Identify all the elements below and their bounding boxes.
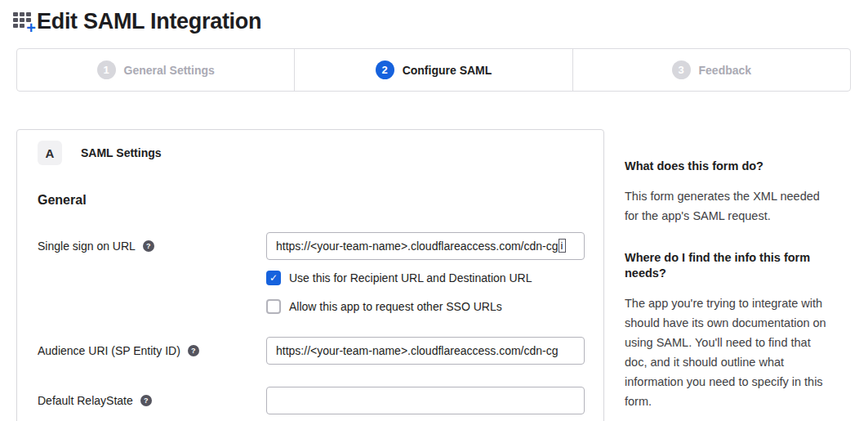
other-sso-urls-checkbox[interactable] xyxy=(266,299,281,314)
step-label: General Settings xyxy=(124,64,215,77)
section-header: A SAML Settings xyxy=(38,141,583,165)
default-relaystate-label: Default RelayState xyxy=(38,394,133,407)
wizard-step-configure-saml[interactable]: 2 Configure SAML xyxy=(294,49,572,91)
help-body: The app you're trying to integrate with … xyxy=(625,293,834,411)
audience-uri-label: Audience URI (SP Entity ID) xyxy=(38,344,180,357)
recipient-url-checkbox[interactable]: ✓ xyxy=(266,271,281,285)
help-icon[interactable]: ? xyxy=(140,395,152,406)
group-heading-general: General xyxy=(38,193,583,208)
page-title: Edit SAML Integration xyxy=(37,9,261,34)
field-row-audience-uri: Audience URI (SP Entity ID) ? https://<y… xyxy=(38,337,583,365)
step-label: Configure SAML xyxy=(403,64,492,77)
checkbox-row-recipient-url: ✓ Use this for Recipient URL and Destina… xyxy=(266,271,585,285)
field-row-sso-url: Single sign on URL ? https://<your-team-… xyxy=(38,232,583,314)
saml-settings-card: A SAML Settings General Single sign on U… xyxy=(16,129,604,421)
help-heading: Where do I find the info this form needs… xyxy=(625,250,834,281)
main-content: A SAML Settings General Single sign on U… xyxy=(16,129,851,421)
step-number-badge: 1 xyxy=(97,60,116,79)
step-number-badge: 3 xyxy=(672,60,691,79)
text-cursor: i xyxy=(559,239,566,253)
help-icon[interactable]: ? xyxy=(188,345,199,356)
help-body: This form generates the XML needed for t… xyxy=(625,186,834,226)
audience-uri-input[interactable]: https://<your-team-name>.cloudflareacces… xyxy=(266,337,585,365)
step-number-badge: 2 xyxy=(376,60,394,79)
help-icon[interactable]: ? xyxy=(143,240,154,252)
step-label: Feedback xyxy=(699,64,752,77)
sso-url-label: Single sign on URL xyxy=(38,240,136,253)
app-grid-plus-icon: + xyxy=(13,11,34,32)
other-sso-urls-checkbox-label: Allow this app to request other SSO URLs xyxy=(289,300,502,313)
recipient-url-checkbox-label: Use this for Recipient URL and Destinati… xyxy=(289,271,532,284)
wizard-step-general-settings[interactable]: 1 General Settings xyxy=(17,49,294,91)
help-panel: What does this form do? This form genera… xyxy=(625,129,834,411)
default-relaystate-input[interactable] xyxy=(266,387,585,414)
help-section: What does this form do? This form genera… xyxy=(625,159,834,226)
section-badge: A xyxy=(38,141,62,165)
step-wizard: 1 General Settings 2 Configure SAML 3 Fe… xyxy=(16,48,851,92)
checkbox-row-other-sso-urls: Allow this app to request other SSO URLs xyxy=(266,299,585,314)
section-title: SAML Settings xyxy=(81,146,162,159)
sso-url-input[interactable]: https://<your-team-name>.cloudflareacces… xyxy=(266,232,585,260)
help-section: Where do I find the info this form needs… xyxy=(625,250,834,411)
field-row-default-relaystate: Default RelayState ? If no value is set,… xyxy=(38,387,583,421)
help-heading: What does this form do? xyxy=(625,159,834,174)
wizard-step-feedback[interactable]: 3 Feedback xyxy=(572,49,850,91)
page-header: + Edit SAML Integration xyxy=(13,5,852,38)
